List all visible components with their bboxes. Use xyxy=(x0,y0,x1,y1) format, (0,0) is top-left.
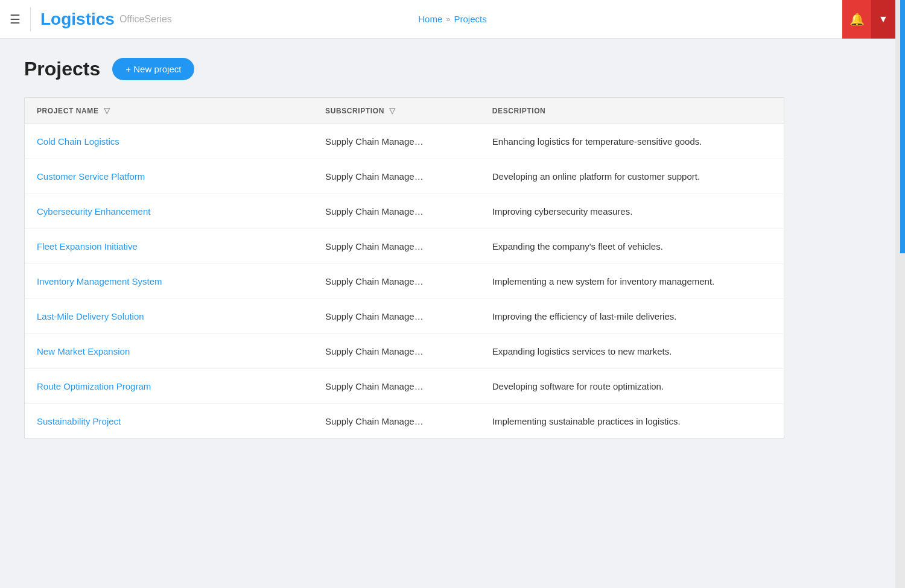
cell-description: Enhancing logistics for temperature-sens… xyxy=(480,124,784,159)
column-header-subscription: SUBSCRIPTION ▽ xyxy=(313,98,480,124)
projects-table: PROJECT NAME ▽ SUBSCRIPTION ▽ DESCRIPTIO… xyxy=(25,98,784,438)
table-row: Route Optimization Program Supply Chain … xyxy=(25,369,784,404)
app-logo: Logistics xyxy=(40,10,115,29)
cell-name: Inventory Management System xyxy=(25,264,313,299)
cell-description: Developing software for route optimizati… xyxy=(480,369,784,404)
table-row: Inventory Management System Supply Chain… xyxy=(25,264,784,299)
project-link[interactable]: Cybersecurity Enhancement xyxy=(37,206,150,217)
breadcrumb-separator: » xyxy=(446,14,450,24)
cell-name: Last-Mile Delivery Solution xyxy=(25,299,313,334)
scrollbar-thumb[interactable] xyxy=(900,0,905,253)
breadcrumb-home[interactable]: Home xyxy=(418,14,442,24)
header: ☰ Logistics OfficeSeries Home » Projects… xyxy=(0,0,905,39)
app-subtitle: OfficeSeries xyxy=(119,14,172,25)
notification-button[interactable]: 🔔 xyxy=(842,0,871,39)
table-row: Fleet Expansion Initiative Supply Chain … xyxy=(25,229,784,264)
menu-icon[interactable]: ☰ xyxy=(10,13,21,25)
breadcrumb: Home » Projects xyxy=(418,14,486,24)
cell-subscription: Supply Chain Manage… xyxy=(313,369,480,404)
table-header: PROJECT NAME ▽ SUBSCRIPTION ▽ DESCRIPTIO… xyxy=(25,98,784,124)
project-link[interactable]: Customer Service Platform xyxy=(37,171,145,182)
table-row: Last-Mile Delivery Solution Supply Chain… xyxy=(25,299,784,334)
cell-description: Improving the efficiency of last-mile de… xyxy=(480,299,784,334)
cell-description: Developing an online platform for custom… xyxy=(480,159,784,194)
cell-description: Implementing sustainable practices in lo… xyxy=(480,404,784,439)
header-divider xyxy=(30,7,31,31)
column-header-name: PROJECT NAME ▽ xyxy=(25,98,313,124)
cell-subscription: Supply Chain Manage… xyxy=(313,299,480,334)
project-link[interactable]: Fleet Expansion Initiative xyxy=(37,241,138,251)
cell-subscription: Supply Chain Manage… xyxy=(313,124,480,159)
table-row: Cold Chain Logistics Supply Chain Manage… xyxy=(25,124,784,159)
cell-subscription: Supply Chain Manage… xyxy=(313,229,480,264)
project-link[interactable]: Last-Mile Delivery Solution xyxy=(37,311,144,321)
cell-name: Cybersecurity Enhancement xyxy=(25,194,313,229)
table-row: Customer Service Platform Supply Chain M… xyxy=(25,159,784,194)
main-content: Projects + New project PROJECT NAME ▽ SU… xyxy=(0,39,821,458)
user-dropdown-button[interactable]: ▼ xyxy=(871,0,895,39)
cell-name: Sustainability Project xyxy=(25,404,313,439)
project-link[interactable]: Sustainability Project xyxy=(37,416,121,426)
new-project-button[interactable]: + New project xyxy=(112,58,194,80)
projects-table-wrapper: PROJECT NAME ▽ SUBSCRIPTION ▽ DESCRIPTIO… xyxy=(24,97,784,439)
cell-subscription: Supply Chain Manage… xyxy=(313,264,480,299)
cell-name: New Market Expansion xyxy=(25,334,313,369)
filter-icon-subscription[interactable]: ▽ xyxy=(389,106,396,115)
cell-description: Expanding logistics services to new mark… xyxy=(480,334,784,369)
header-actions: 🔔 ▼ xyxy=(842,0,895,39)
column-header-description: DESCRIPTION xyxy=(480,98,784,124)
cell-subscription: Supply Chain Manage… xyxy=(313,334,480,369)
cell-subscription: Supply Chain Manage… xyxy=(313,404,480,439)
project-link[interactable]: New Market Expansion xyxy=(37,346,130,356)
filter-icon-name[interactable]: ▽ xyxy=(104,106,110,115)
cell-name: Fleet Expansion Initiative xyxy=(25,229,313,264)
table-body: Cold Chain Logistics Supply Chain Manage… xyxy=(25,124,784,439)
page-title-row: Projects + New project xyxy=(24,58,796,80)
cell-name: Route Optimization Program xyxy=(25,369,313,404)
project-link[interactable]: Inventory Management System xyxy=(37,276,162,286)
chevron-down-icon: ▼ xyxy=(878,14,888,25)
cell-description: Expanding the company's fleet of vehicle… xyxy=(480,229,784,264)
project-link[interactable]: Cold Chain Logistics xyxy=(37,136,119,147)
bell-icon: 🔔 xyxy=(849,12,865,27)
cell-description: Improving cybersecurity measures. xyxy=(480,194,784,229)
table-header-row: PROJECT NAME ▽ SUBSCRIPTION ▽ DESCRIPTIO… xyxy=(25,98,784,124)
cell-name: Customer Service Platform xyxy=(25,159,313,194)
cell-subscription: Supply Chain Manage… xyxy=(313,159,480,194)
table-row: Sustainability Project Supply Chain Mana… xyxy=(25,404,784,439)
table-row: Cybersecurity Enhancement Supply Chain M… xyxy=(25,194,784,229)
table-row: New Market Expansion Supply Chain Manage… xyxy=(25,334,784,369)
scrollbar-track xyxy=(895,0,905,588)
cell-subscription: Supply Chain Manage… xyxy=(313,194,480,229)
breadcrumb-current: Projects xyxy=(454,14,487,24)
project-link[interactable]: Route Optimization Program xyxy=(37,381,151,391)
cell-name: Cold Chain Logistics xyxy=(25,124,313,159)
cell-description: Implementing a new system for inventory … xyxy=(480,264,784,299)
page-title: Projects xyxy=(24,58,100,80)
